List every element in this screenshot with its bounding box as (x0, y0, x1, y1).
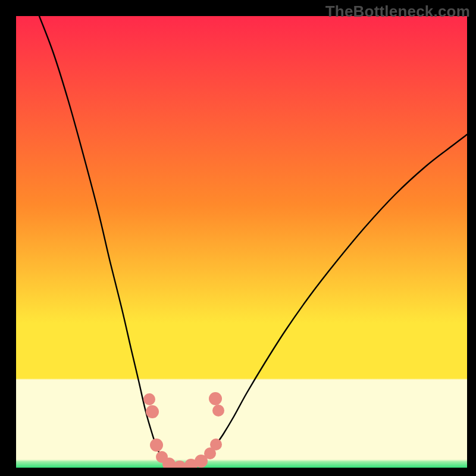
bottleneck-chart (0, 0, 476, 476)
chart-container: { "watermark": "TheBottleneck.com", "col… (0, 0, 476, 476)
marker-point (210, 439, 222, 450)
marker-point (209, 392, 222, 405)
marker-point (143, 393, 155, 405)
marker-point (146, 405, 159, 418)
heat-gradient (16, 16, 467, 468)
watermark-text: TheBottleneck.com (325, 2, 470, 21)
marker-point (212, 405, 224, 416)
marker-point (150, 439, 163, 452)
